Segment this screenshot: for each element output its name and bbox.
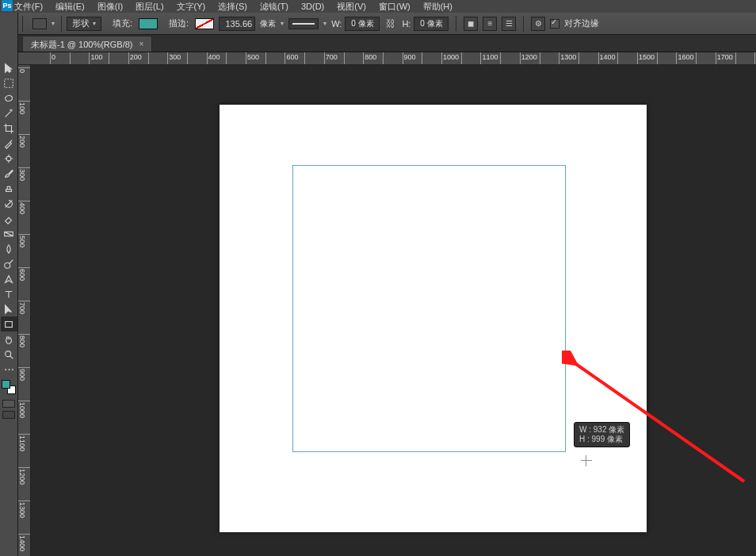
brush-tool-icon[interactable] [1,166,17,181]
width-input[interactable]: 0 像素 [345,17,380,31]
svg-rect-1 [6,156,10,160]
ruler-v-label: 1400 [18,535,31,551]
menu-select[interactable]: 选择(S) [218,1,247,13]
ruler-h-label: 1700 [717,53,733,61]
align-edges-checkbox[interactable] [550,19,559,29]
eraser-tool-icon[interactable] [1,211,17,226]
options-bar: ▾ 形状 ▾ 填充: 描边: 135.66 像素 ▾ ▾ W: 0 像素 ⛓ H… [0,13,756,35]
spot-heal-tool-icon[interactable] [1,151,17,166]
stroke-width-input[interactable]: 135.66 [219,17,255,31]
menu-file[interactable]: 文件(F) [14,1,43,13]
ruler-v-label: 200 [18,136,31,148]
marquee-tool-icon[interactable] [1,75,17,90]
chevron-down-icon[interactable]: ▾ [52,20,55,27]
ruler-h-label: 800 [365,53,376,61]
screen-mode-icon[interactable] [2,400,15,408]
eyedropper-tool-icon[interactable] [1,136,17,151]
ruler-v-label: 1100 [18,435,31,451]
ruler-h-label: 300 [169,53,181,61]
tools-panel: ⋯ [0,13,18,556]
tooltip-height: H : 999 像素 [579,435,624,444]
svg-point-5 [6,351,11,356]
align-edges-label: 对齐边缘 [564,17,599,29]
gradient-tool-icon[interactable] [1,226,17,241]
shape-mode-dropdown[interactable]: 形状 ▾ [67,17,101,31]
zoom-tool-icon[interactable] [1,347,17,362]
type-tool-icon[interactable] [1,286,17,301]
edit-toolbar-icon[interactable]: ⋯ [1,362,17,377]
ruler-v-label: 1300 [18,502,31,518]
workspace[interactable]: W : 932 像素 H : 999 像素 [31,65,756,556]
dodge-tool-icon[interactable] [1,256,17,271]
close-icon[interactable]: × [139,36,144,52]
clone-stamp-tool-icon[interactable] [1,181,17,196]
path-operations-icon[interactable]: ◼ [464,17,478,31]
path-align-icon[interactable]: ≡ [483,17,497,31]
menu-help[interactable]: 帮助(H) [423,1,452,13]
ruler-v-label: 1000 [18,402,31,418]
move-tool-icon[interactable] [1,60,17,75]
menu-bar: Ps 文件(F) 编辑(E) 图像(I) 图层(L) 文字(Y) 选择(S) 滤… [0,0,756,13]
ruler-v-label: 500 [18,236,31,247]
canvas[interactable]: W : 932 像素 H : 999 像素 [220,105,647,532]
ruler-h-label: 400 [208,53,220,61]
ruler-vertical[interactable]: 0100200300400500600700800900100011001200… [18,65,31,556]
document-tab-title: 未标题-1 @ 100%(RGB/8) [31,36,133,52]
ruler-v-label: 700 [18,302,31,314]
document-tab[interactable]: 未标题-1 @ 100%(RGB/8) × [22,36,152,52]
fill-label: 填充: [113,17,132,29]
pen-tool-icon[interactable] [1,271,17,286]
menu-3d[interactable]: 3D(D) [301,2,324,11]
stroke-style-dropdown[interactable] [288,18,319,29]
ruler-horizontal[interactable]: 0100200300400500600700800900100011001200… [18,52,756,65]
menu-view[interactable]: 视图(V) [337,1,366,13]
svg-rect-4 [6,321,13,327]
svg-point-3 [5,263,10,268]
menu-image[interactable]: 图像(I) [97,1,123,13]
rectangle-tool-icon[interactable] [1,316,17,332]
ruler-h-label: 1000 [443,53,459,61]
ruler-h-label: 600 [286,53,298,61]
path-arrange-icon[interactable]: ☰ [502,17,516,31]
ruler-v-label: 400 [18,202,31,214]
chevron-down-icon[interactable]: ▾ [281,20,284,27]
ruler-h-label: 1600 [678,53,693,61]
link-wh-icon[interactable]: ⛓ [386,18,395,29]
stroke-color-swatch[interactable] [195,18,214,29]
history-brush-tool-icon[interactable] [1,196,17,211]
ruler-h-label: 1100 [482,53,498,61]
menu-edit[interactable]: 编辑(E) [55,1,85,13]
app-logo: Ps [2,0,13,11]
quickmask-icon[interactable] [2,411,15,419]
menu-window[interactable]: 窗口(W) [379,1,410,13]
crop-tool-icon[interactable] [1,121,17,136]
ruler-v-label: 100 [18,102,31,114]
fill-color-swatch[interactable] [139,18,158,29]
magic-wand-tool-icon[interactable] [1,105,17,121]
path-select-tool-icon[interactable] [1,301,17,316]
ruler-v-label: 0 [18,69,31,73]
blur-tool-icon[interactable] [1,241,17,256]
foreground-color-swatch[interactable] [2,380,10,389]
ruler-h-label: 1300 [560,53,576,61]
ruler-h-label: 1500 [639,53,655,61]
ruler-h-label: 200 [130,53,142,61]
gear-icon[interactable]: ⚙ [531,17,545,31]
menu-layer[interactable]: 图层(L) [136,1,163,13]
stroke-width-unit: 像素 [260,18,276,29]
ruler-h-label: 100 [90,53,102,61]
width-label: W: [331,19,342,29]
lasso-tool-icon[interactable] [1,90,17,105]
height-label: H: [402,19,410,29]
drawn-rectangle[interactable] [292,165,566,452]
document-tabbar: 未标题-1 @ 100%(RGB/8) × [0,35,756,52]
foreground-background-colors[interactable] [1,379,17,397]
menu-filter[interactable]: 滤镜(T) [260,1,288,13]
tool-preset-swatch[interactable] [32,18,47,29]
ruler-h-label: 0 [52,53,55,61]
height-input[interactable]: 0 像素 [414,17,449,31]
hand-tool-icon[interactable] [1,332,17,347]
chevron-down-icon[interactable]: ▾ [323,20,326,27]
tooltip-width: W : 932 像素 [579,425,624,435]
menu-text[interactable]: 文字(Y) [177,1,206,13]
